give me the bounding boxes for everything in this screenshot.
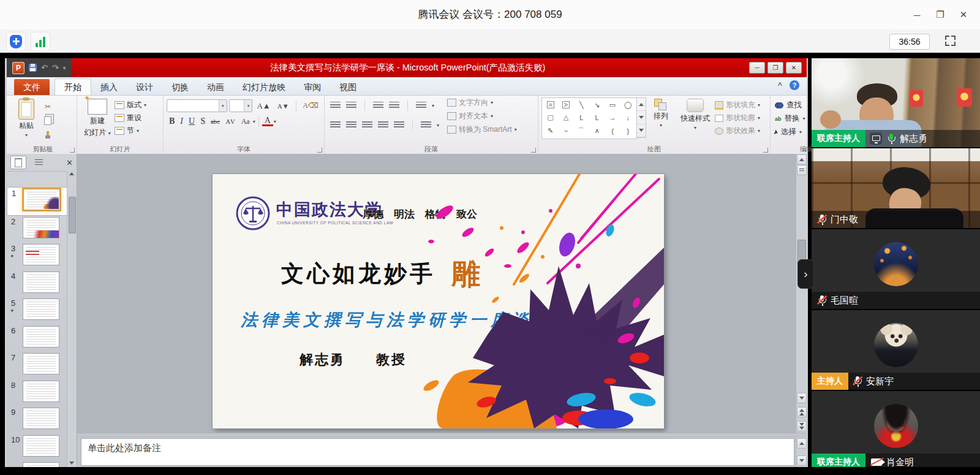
copy-button[interactable] (40, 115, 55, 126)
shrink-font-button[interactable]: A▼ (275, 102, 292, 110)
outline-view-tab[interactable] (31, 156, 46, 169)
shape-right-brace-icon[interactable]: } (627, 127, 629, 135)
tab-animations[interactable]: 动画 (198, 79, 233, 95)
sidebar-expand-button[interactable]: › (797, 259, 814, 289)
tab-insert[interactable]: 插入 (91, 79, 127, 95)
qat-customize-icon[interactable]: ▾ (63, 65, 66, 71)
font-size-select[interactable]: ▾ (229, 99, 253, 112)
shape-arrow-line-icon[interactable]: ↘ (594, 101, 600, 109)
shape-curve-icon[interactable]: ∧ (595, 127, 600, 135)
slide-thumbnail-6[interactable]: 6 (7, 325, 67, 352)
notes-scrollbar[interactable] (796, 437, 807, 467)
network-status-button[interactable] (31, 32, 50, 51)
participant-tile-menzhongjing[interactable]: 门中敬 (812, 148, 980, 228)
shape-line-icon[interactable]: ╲ (579, 101, 584, 109)
thumbnail-scrollbar[interactable] (67, 171, 77, 467)
meeting-protect-button[interactable] (6, 32, 26, 51)
slide-thumbnail-10[interactable]: 10 (7, 434, 67, 462)
shape-left-brace-icon[interactable]: { (611, 127, 614, 135)
increase-indent-button[interactable] (389, 102, 399, 110)
clipboard-dialog-launcher[interactable] (70, 148, 75, 153)
redo-icon[interactable]: ↷ (52, 63, 59, 72)
close-button[interactable]: ✕ (954, 6, 973, 24)
tab-file[interactable]: 文件 (14, 79, 50, 95)
font-dialog-launcher[interactable] (317, 148, 322, 153)
collapse-ribbon-icon[interactable]: ^ (778, 81, 782, 89)
font-name-select[interactable]: ▾ (167, 99, 227, 112)
slide-thumbnail-4[interactable]: 4 (7, 270, 67, 298)
numbering-button[interactable] (346, 102, 356, 110)
align-left-button[interactable] (330, 121, 341, 129)
scroll-down-icon[interactable] (799, 397, 804, 400)
ppt-close-button[interactable]: ✕ (786, 62, 802, 74)
undo-icon[interactable]: ↶ (41, 63, 48, 72)
slide-thumbnail-3[interactable]: 3✦ (7, 243, 67, 270)
powerpoint-logo-icon[interactable]: P (12, 62, 24, 74)
clear-formatting-button[interactable]: A⌫ (300, 101, 321, 110)
slide-editing-area[interactable]: 中国政法大学 CHINA UNIVERSITY OF POLITICAL SCI… (77, 154, 807, 433)
shape-down-arrow-icon[interactable]: ↓ (627, 114, 630, 121)
slide-vertical-scrollbar[interactable] (796, 154, 807, 433)
font-color-button[interactable]: A (262, 116, 273, 126)
section-button[interactable]: 节▾ (115, 125, 146, 136)
tab-view[interactable]: 视图 (330, 79, 366, 95)
text-direction-button[interactable]: 文字方向▾ (447, 97, 517, 108)
gallery-up-icon[interactable] (639, 103, 644, 106)
tab-review[interactable]: 审阅 (295, 79, 330, 95)
slide-thumbnail-11-partial[interactable] (7, 461, 67, 467)
slide-thumbnail-8[interactable]: 8 (7, 379, 67, 407)
shape-outline-button[interactable]: 形状轮廓▾ (715, 113, 760, 123)
tab-transitions[interactable]: 切换 (162, 79, 198, 95)
shape-elbow-arrow-icon[interactable]: L (595, 114, 599, 121)
bold-button[interactable]: B (167, 116, 177, 126)
underline-button[interactable]: U (186, 116, 197, 126)
scroll-down-icon[interactable] (799, 459, 804, 462)
slide-thumbnail-1[interactable]: 1 (7, 187, 67, 216)
split-handle-icon[interactable] (799, 169, 804, 172)
bullets-button[interactable] (330, 102, 341, 110)
grow-font-button[interactable]: A▲ (254, 101, 273, 111)
paragraph-dialog-launcher[interactable] (531, 148, 536, 153)
distributed-button[interactable] (394, 121, 404, 129)
change-case-button[interactable]: Aa (239, 117, 252, 126)
slide-thumbnail-7[interactable]: 7 (7, 352, 67, 379)
line-spacing-button[interactable] (416, 102, 426, 110)
scroll-up-icon[interactable] (799, 158, 804, 161)
align-right-button[interactable] (362, 121, 372, 129)
shape-textbox-icon[interactable]: A (547, 101, 554, 108)
quick-styles-button[interactable]: 快速样式 ▾ (676, 97, 715, 131)
italic-button[interactable]: I (178, 116, 186, 126)
cut-button[interactable]: ✂ (40, 101, 55, 112)
shape-freeform-icon[interactable]: ✎ (548, 127, 553, 135)
shapes-gallery-scrollbar[interactable] (637, 97, 646, 138)
reset-button[interactable]: 重设 (115, 112, 146, 123)
ppt-restore-button[interactable]: ❐ (767, 62, 783, 74)
character-spacing-button[interactable]: AV (223, 118, 238, 125)
tab-design[interactable]: 设计 (127, 79, 162, 95)
layout-button[interactable]: 版式▾ (115, 99, 146, 110)
slides-view-tab[interactable] (10, 156, 26, 169)
shapes-gallery[interactable]: A A ╲ ↘ ▭ ◯ ▢ △ L L → ↓ ✎ ~ ⌒ (541, 97, 637, 139)
maximize-button[interactable]: ❐ (931, 6, 949, 24)
close-panel-icon[interactable]: ✕ (66, 158, 73, 167)
shape-fill-button[interactable]: 形状填充▾ (715, 100, 760, 110)
scroll-up-icon[interactable] (69, 172, 74, 175)
paste-button[interactable]: 粘贴 ▾ (12, 97, 40, 140)
text-shadow-button[interactable]: S (198, 116, 208, 126)
format-painter-button[interactable] (40, 129, 55, 140)
participant-tile-anxinyu[interactable]: 主持人 安新宇 (812, 310, 980, 390)
scroll-down-icon[interactable] (69, 462, 74, 465)
gallery-down-icon[interactable] (639, 116, 644, 119)
help-icon[interactable]: ? (790, 80, 799, 90)
slide-canvas[interactable]: 中国政法大学 CHINA UNIVERSITY OF POLITICAL SCI… (213, 174, 664, 428)
shape-effects-button[interactable]: 形状效果▾ (715, 126, 760, 136)
gallery-more-icon[interactable] (639, 129, 644, 132)
tab-slideshow[interactable]: 幻灯片放映 (233, 79, 295, 95)
participant-tile-maoguoxuan[interactable]: 毛国暄 (812, 229, 980, 309)
strikethrough-button[interactable]: abc (208, 118, 222, 125)
shape-rectangle-icon[interactable]: ▭ (609, 101, 616, 109)
slide-thumbnail-9[interactable]: 9 (7, 406, 67, 434)
arrange-button[interactable]: 排列 ▾ (646, 97, 676, 128)
shape-oval-icon[interactable]: ◯ (624, 101, 631, 109)
shape-scribble-icon[interactable]: ~ (564, 127, 568, 135)
